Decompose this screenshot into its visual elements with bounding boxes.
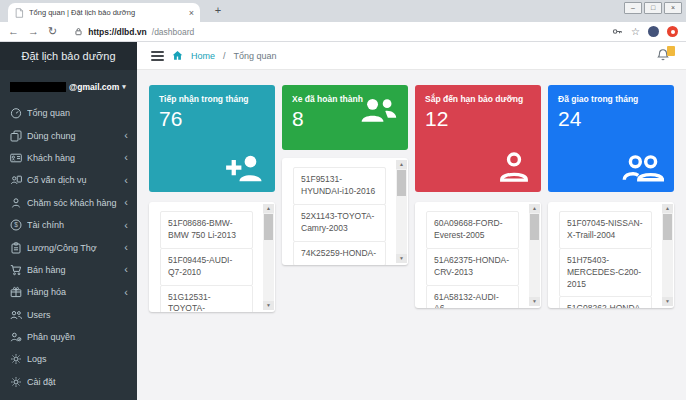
back-icon[interactable]: ←	[8, 26, 19, 37]
scrollbar-thumb[interactable]	[264, 214, 273, 240]
bookmark-star-icon[interactable]: ☆	[631, 26, 640, 37]
svg-text:$: $	[14, 221, 18, 228]
sidebar-item-tai-chinh[interactable]: $ Tài chính ‹	[0, 214, 137, 236]
sidebar-menu: Tổng quan Dùng chung ‹ Khách hàng	[0, 100, 137, 393]
user-account-dropdown[interactable]: @gmail.com ▾	[0, 70, 137, 100]
sidebar-item-ban-hang[interactable]: Bán hàng ‹	[0, 259, 137, 281]
browser-profile-avatar[interactable]	[648, 26, 659, 37]
scrollbar[interactable]: ▲ ▼	[662, 204, 673, 306]
id-card-icon	[10, 152, 22, 164]
scrollbar-thumb[interactable]	[397, 170, 406, 196]
scroll-up-icon[interactable]: ▲	[396, 160, 407, 169]
stat-column-2: Xe đã hoàn thành 8 51F95131-HYUNDAI-i10-…	[282, 85, 408, 400]
list-item[interactable]: 61A58132-AUDI-A6-	[426, 285, 519, 308]
person-gear-icon	[10, 331, 22, 343]
list-item[interactable]: 51F08686-BMW-BMW 750 Li-2013	[160, 211, 253, 249]
tab-close-icon[interactable]: ×	[189, 8, 194, 18]
notification-badge	[667, 46, 675, 56]
stat-card-value: 24	[558, 107, 664, 131]
list-item[interactable]: 51F95131-HYUNDAI-i10-2016	[293, 167, 386, 205]
gear-icon	[10, 353, 22, 365]
scroll-down-icon[interactable]: ▼	[263, 301, 274, 310]
main-area: Home / Tổng quan Tiếp nhận trong tháng	[137, 42, 686, 400]
chevron-left-icon: ‹	[124, 242, 128, 253]
scroll-up-icon[interactable]: ▲	[662, 204, 673, 213]
extension-icon[interactable]	[667, 26, 678, 37]
speedometer-icon	[10, 107, 22, 119]
window-maximize-button[interactable]: □	[644, 2, 662, 14]
user-email: @gmail.com	[69, 82, 119, 92]
stat-card-tiep-nhan: Tiếp nhận trong tháng 76	[149, 85, 275, 192]
sidebar-item-dung-chung[interactable]: Dùng chung ‹	[0, 124, 137, 146]
sidebar-item-hang-hoa[interactable]: Hàng hóa ‹	[0, 281, 137, 303]
sidebar-item-tong-quan[interactable]: Tổng quan	[0, 102, 137, 124]
url-path: /dashboard	[152, 27, 195, 37]
stat-column-1: Tiếp nhận trong tháng 76 51F08686-BMW-BM…	[149, 85, 275, 400]
page-favicon-icon	[14, 8, 24, 18]
vehicle-list-panel: 51F95131-HYUNDAI-i10-2016 52X1143-TOYOTA…	[282, 158, 408, 265]
key-icon[interactable]	[612, 26, 623, 37]
sidebar-item-users[interactable]: Users	[0, 304, 137, 326]
browser-tab[interactable]: Tổng quan | Đặt lịch bảo dưỡng ×	[8, 3, 200, 22]
browser-toolbar: ← → ↻ https://dlbd.vn/dashboard ☆	[0, 22, 686, 42]
users-outline-icon	[622, 154, 664, 183]
browser-tab-strip: Tổng quan | Đặt lịch bảo dưỡng × + – □ ×	[0, 0, 686, 22]
list-item[interactable]: 52X1143-TOYOTA-Camry-2003	[293, 204, 386, 242]
refresh-icon[interactable]: ↻	[48, 26, 57, 37]
scrollbar-thumb[interactable]	[663, 214, 672, 240]
stat-card-title: Tiếp nhận trong tháng	[159, 94, 265, 104]
sidebar-item-cai-dat[interactable]: Cài đặt	[0, 371, 137, 393]
list-item[interactable]: 51G12531-TOYOTA-	[160, 285, 253, 312]
sidebar-item-co-van-dich-vu[interactable]: Cố vấn dịch vụ ‹	[0, 169, 137, 191]
sidebar-item-phan-quyen[interactable]: Phân quyền	[0, 326, 137, 348]
stat-card-value: 12	[425, 107, 531, 131]
stat-card-da-giao: Đã giao trong tháng 24	[548, 85, 674, 192]
sidebar-item-cham-soc-khach-hang[interactable]: Chăm sóc khách hàng ‹	[0, 192, 137, 214]
list-item[interactable]: 51H75403-MERCEDES-C200-2015	[559, 248, 652, 298]
person-icon	[10, 197, 22, 209]
notifications-button[interactable]	[656, 48, 672, 64]
new-tab-button[interactable]: +	[210, 4, 226, 16]
window-minimize-button[interactable]: –	[624, 2, 642, 14]
sidebar-item-khach-hang[interactable]: Khách hàng ‹	[0, 147, 137, 169]
toolbar-right: ☆	[612, 26, 678, 37]
sidebar-item-luong-cong-tho[interactable]: Lương/Công Thợ ‹	[0, 236, 137, 258]
address-bar[interactable]: https://dlbd.vn/dashboard	[66, 27, 603, 37]
users-filled-icon	[358, 96, 398, 124]
users-icon	[10, 309, 22, 321]
chevron-left-icon: ‹	[124, 175, 128, 186]
list-item[interactable]: 51F09445-AUDI-Q7-2010	[160, 248, 253, 286]
scroll-up-icon[interactable]: ▲	[263, 204, 274, 213]
vehicle-list-panel: 60A09668-FORD-Everest-2005 51A62375-HOND…	[415, 202, 541, 308]
chevron-left-icon: ‹	[124, 197, 128, 208]
scroll-down-icon[interactable]: ▼	[396, 254, 407, 263]
list-item[interactable]: 60A09668-FORD-Everest-2005	[426, 211, 519, 249]
scrollbar[interactable]: ▲ ▼	[396, 160, 407, 263]
scrollbar-thumb[interactable]	[530, 214, 539, 240]
browser-window: Tổng quan | Đặt lịch bảo dưỡng × + – □ ×…	[0, 0, 686, 400]
caret-down-icon: ▾	[122, 83, 126, 91]
stat-card-hoan-thanh: Xe đã hoàn thành 8	[282, 85, 408, 150]
window-close-button[interactable]: ×	[664, 2, 682, 14]
breadcrumb-home-link[interactable]: Home	[191, 51, 215, 61]
content-header: Home / Tổng quan	[137, 42, 686, 70]
scrollbar[interactable]: ▲ ▼	[529, 204, 540, 306]
home-icon	[172, 50, 183, 61]
scroll-up-icon[interactable]: ▲	[529, 204, 540, 213]
cart-icon	[10, 264, 22, 276]
window-controls: – □ ×	[624, 2, 682, 14]
chevron-left-icon: ‹	[124, 130, 128, 141]
vehicle-list-panel: 51F08686-BMW-BMW 750 Li-2013 51F09445-AU…	[149, 202, 275, 312]
list-item[interactable]: 51A62375-HONDA-CRV-2013	[426, 248, 519, 286]
scroll-down-icon[interactable]: ▼	[662, 297, 673, 306]
sidebar-item-logs[interactable]: Logs	[0, 348, 137, 370]
stat-card-sap-den-han: Sắp đến hạn bảo dưỡng 12	[415, 85, 541, 192]
scrollbar[interactable]: ▲ ▼	[263, 204, 274, 310]
list-item[interactable]: 51F07045-NISSAN-X-Traill-2004	[559, 211, 652, 249]
scroll-down-icon[interactable]: ▼	[529, 297, 540, 306]
list-item[interactable]: 74K25259-HONDA-	[293, 241, 386, 265]
lock-icon	[74, 27, 83, 36]
menu-icon[interactable]	[151, 51, 164, 61]
list-item[interactable]: 51G08262-HONDA-	[559, 296, 652, 308]
forward-icon[interactable]: →	[28, 26, 39, 37]
